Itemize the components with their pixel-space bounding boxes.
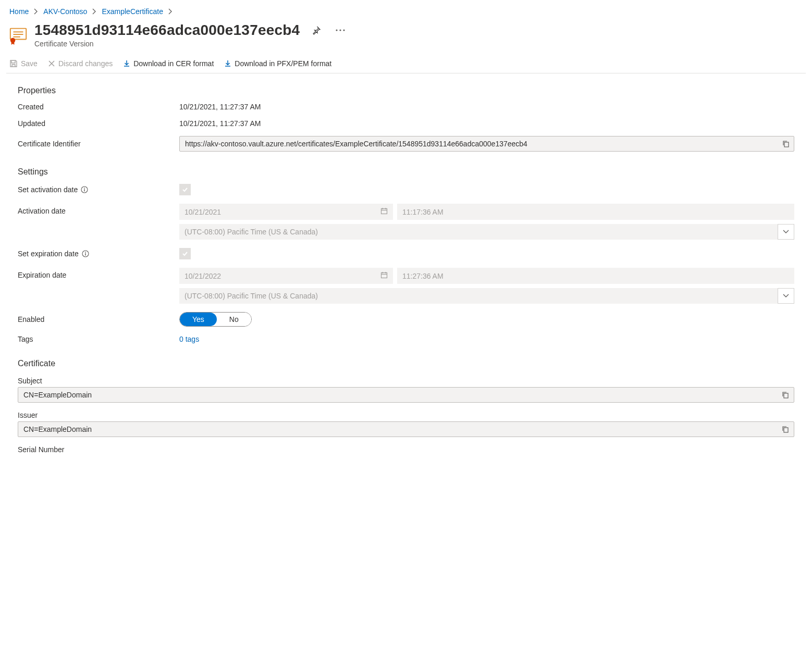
activation-timezone-select: (UTC-08:00) Pacific Time (US & Canada): [179, 224, 794, 240]
set-activation-label: Set activation date: [18, 185, 179, 194]
section-properties: Properties: [18, 86, 794, 95]
chevron-down-icon: [778, 288, 794, 304]
page-title: 1548951d93114e66adca000e137eecb4: [34, 22, 300, 39]
created-value: 10/21/2021, 11:27:37 AM: [179, 103, 794, 111]
info-icon[interactable]: [82, 250, 89, 257]
copy-button[interactable]: [780, 390, 791, 400]
breadcrumb-certificate[interactable]: ExampleCertificate: [102, 7, 163, 16]
breadcrumb: Home AKV-Contoso ExampleCertificate: [6, 5, 806, 22]
download-icon: [123, 60, 130, 67]
issuer-label: Issuer: [18, 411, 794, 419]
enabled-toggle[interactable]: Yes No: [179, 312, 252, 327]
download-pfx-button[interactable]: Download in PFX/PEM format: [224, 59, 331, 68]
save-icon: [9, 59, 18, 68]
chevron-right-icon: [34, 8, 38, 15]
download-icon: [224, 60, 231, 67]
updated-value: 10/21/2021, 11:27:37 AM: [179, 119, 794, 128]
chevron-right-icon: [168, 8, 173, 15]
certificate-icon: [8, 25, 28, 45]
expiration-date-label: Expiration date: [18, 268, 179, 279]
chevron-right-icon: [92, 8, 96, 15]
identifier-label: Certificate Identifier: [18, 140, 179, 148]
tags-link[interactable]: 0 tags: [179, 335, 199, 343]
breadcrumb-vault[interactable]: AKV-Contoso: [43, 7, 87, 16]
save-button: Save: [9, 59, 38, 68]
svg-point-10: [84, 188, 85, 189]
page-header: 1548951d93114e66adca000e137eecb4 Certifi…: [6, 22, 806, 51]
section-settings: Settings: [18, 167, 794, 177]
activation-date-label: Activation date: [18, 204, 179, 215]
download-cer-button[interactable]: Download in CER format: [123, 59, 214, 68]
download-pfx-label: Download in PFX/PEM format: [235, 59, 331, 68]
close-icon: [48, 60, 55, 67]
download-cer-label: Download in CER format: [133, 59, 214, 68]
enabled-yes[interactable]: Yes: [180, 313, 217, 326]
copy-button[interactable]: [781, 139, 791, 149]
subject-input[interactable]: CN=ExampleDomain: [18, 387, 794, 403]
subject-label: Subject: [18, 377, 794, 385]
page-subtitle: Certificate Version: [34, 40, 348, 48]
svg-rect-19: [382, 273, 387, 278]
svg-rect-18: [85, 253, 85, 256]
chevron-down-icon: [778, 224, 794, 240]
copy-button[interactable]: [780, 424, 791, 434]
svg-point-6: [340, 29, 341, 31]
enabled-no[interactable]: No: [217, 313, 251, 326]
serial-number-label: Serial Number: [18, 445, 794, 454]
svg-point-17: [85, 252, 86, 253]
enabled-label: Enabled: [18, 315, 179, 323]
issuer-input[interactable]: CN=ExampleDomain: [18, 421, 794, 437]
breadcrumb-home[interactable]: Home: [9, 7, 29, 16]
save-label: Save: [21, 59, 38, 68]
pin-button[interactable]: [309, 23, 324, 38]
discard-button: Discard changes: [48, 59, 113, 68]
svg-rect-24: [784, 428, 788, 432]
activation-date-input: 10/21/2021: [179, 204, 393, 220]
discard-label: Discard changes: [58, 59, 113, 68]
more-button[interactable]: [333, 23, 348, 38]
activation-time-input: 11:17:36 AM: [397, 204, 794, 220]
identifier-input[interactable]: [179, 136, 794, 152]
created-label: Created: [18, 103, 179, 111]
expiration-date-input: 10/21/2022: [179, 268, 393, 284]
svg-rect-12: [382, 209, 387, 214]
expiration-time-input: 11:27:36 AM: [397, 268, 794, 284]
svg-point-5: [336, 29, 338, 31]
info-icon[interactable]: [81, 186, 88, 193]
svg-rect-11: [84, 189, 84, 192]
set-activation-checkbox: [179, 184, 191, 195]
svg-rect-23: [784, 393, 788, 398]
set-expiration-label: Set expiration date: [18, 250, 179, 258]
updated-label: Updated: [18, 119, 179, 128]
svg-point-7: [343, 29, 345, 31]
section-certificate: Certificate: [18, 359, 794, 368]
set-expiration-checkbox: [179, 248, 191, 259]
command-bar: Save Discard changes Download in CER for…: [6, 54, 806, 73]
calendar-icon: [380, 271, 388, 280]
expiration-timezone-select: (UTC-08:00) Pacific Time (US & Canada): [179, 288, 794, 304]
calendar-icon: [380, 207, 388, 216]
svg-rect-8: [784, 142, 789, 147]
tags-label: Tags: [18, 335, 179, 343]
